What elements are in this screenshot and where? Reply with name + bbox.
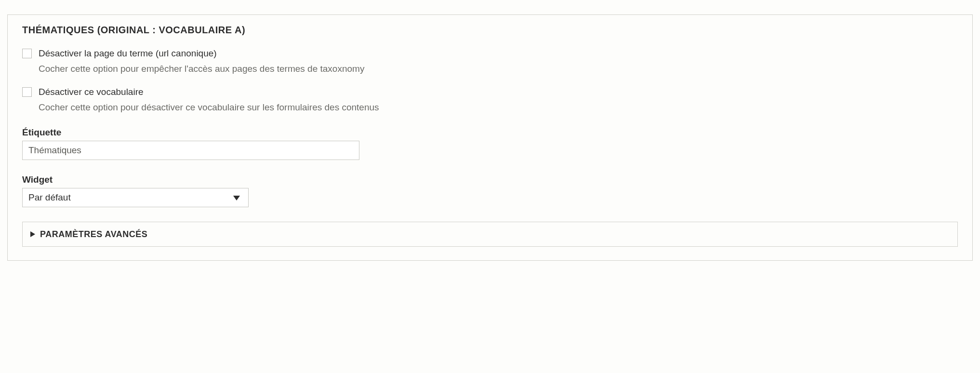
caret-right-icon [30, 229, 35, 240]
disable-vocabulary-label[interactable]: Désactiver ce vocabulaire [39, 87, 144, 97]
disable-term-page-label[interactable]: Désactiver la page du terme (url canoniq… [39, 48, 217, 59]
advanced-settings-title: PARAMÈTRES AVANCÉS [40, 229, 147, 240]
option-disable-vocabulary: Désactiver ce vocabulaire Cocher cette o… [22, 87, 958, 113]
option-disable-term-page: Désactiver la page du terme (url canoniq… [22, 48, 958, 74]
etiquette-label: Étiquette [22, 127, 958, 138]
svg-marker-1 [30, 231, 35, 237]
widget-field: Widget Par défaut [22, 174, 958, 207]
widget-label: Widget [22, 174, 958, 185]
disable-vocabulary-help: Cocher cette option pour désactiver ce v… [39, 102, 958, 113]
disable-vocabulary-checkbox[interactable] [22, 87, 32, 97]
thematiques-panel: THÉMATIQUES (ORIGINAL : VOCABULAIRE A) D… [7, 14, 973, 261]
panel-title: THÉMATIQUES (ORIGINAL : VOCABULAIRE A) [22, 25, 958, 36]
widget-select[interactable]: Par défaut [22, 188, 249, 207]
disable-term-page-checkbox[interactable] [22, 49, 32, 58]
etiquette-input[interactable] [22, 141, 359, 160]
advanced-settings-toggle[interactable]: PARAMÈTRES AVANCÉS [22, 222, 958, 247]
disable-term-page-help: Cocher cette option pour empêcher l'accè… [39, 64, 958, 74]
etiquette-field: Étiquette [22, 127, 958, 160]
